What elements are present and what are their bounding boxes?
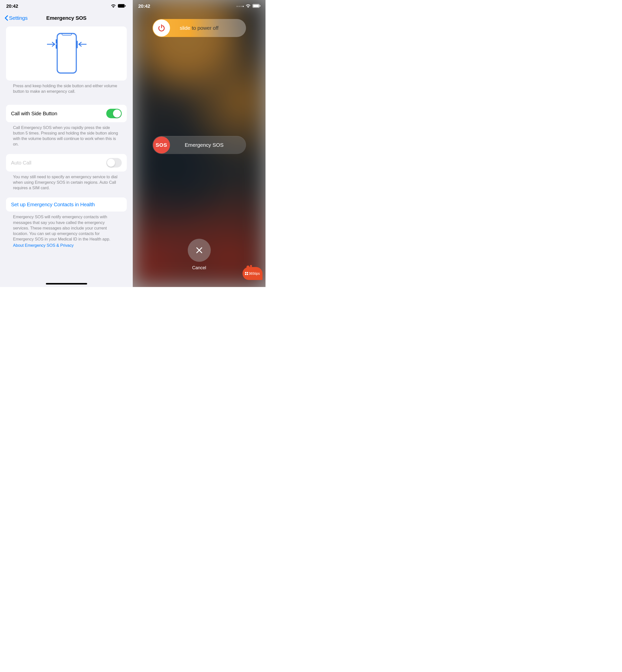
auto-call-label: Auto Call [11, 160, 31, 166]
status-time: 20:42 [138, 3, 150, 9]
svg-rect-17 [247, 272, 248, 273]
home-indicator[interactable] [46, 283, 87, 284]
paging-dots-icon [237, 6, 244, 7]
svg-rect-0 [118, 4, 125, 7]
settings-pane: 20:42 Settings Emergency SOS [0, 0, 133, 287]
privacy-link[interactable]: About Emergency SOS & Privacy [13, 243, 120, 248]
auto-call-row: Auto Call [6, 154, 127, 172]
wifi-icon [245, 4, 251, 9]
call-side-toggle[interactable] [106, 109, 122, 118]
setup-contacts-link: Set up Emergency Contacts in Health [11, 202, 95, 208]
svg-rect-10 [253, 4, 259, 7]
page-title: Emergency SOS [46, 15, 87, 21]
call-side-label: Call with Side Button [11, 110, 57, 116]
cancel-area: Cancel [188, 239, 211, 271]
emergency-sos-slider[interactable]: Emergency SOS SOS [152, 136, 246, 154]
power-off-knob[interactable] [153, 20, 170, 36]
power-icon [157, 24, 166, 32]
status-icons [111, 4, 126, 9]
status-bar: 20:42 [0, 0, 133, 12]
cancel-label: Cancel [188, 265, 211, 271]
power-off-pane: 20:42 slide to power off [133, 0, 266, 287]
svg-rect-2 [57, 33, 76, 73]
chevron-left-icon [4, 15, 8, 21]
status-bar: 20:42 [133, 0, 266, 12]
nav-bar: Settings Emergency SOS [0, 12, 133, 27]
status-time: 20:42 [6, 3, 18, 9]
close-icon [195, 246, 204, 254]
svg-rect-19 [247, 274, 248, 275]
back-label: Settings [9, 15, 28, 21]
wifi-icon [111, 4, 116, 9]
watermark-text: 365tips [248, 272, 260, 276]
cancel-button[interactable] [188, 239, 211, 262]
svg-rect-3 [58, 34, 76, 73]
side-button-diagram-icon [41, 32, 92, 75]
diagram-card [6, 27, 127, 80]
battery-icon [252, 4, 261, 9]
auto-call-caption: You may still need to specify an emergen… [6, 172, 127, 191]
watermark-badge: 365tips [242, 267, 263, 280]
diagram-caption: Press and keep holding the side button a… [6, 80, 127, 94]
svg-rect-18 [245, 274, 246, 275]
svg-rect-16 [245, 272, 246, 273]
watermark-logo-icon [245, 272, 248, 275]
status-icons [237, 4, 261, 9]
battery-icon [118, 4, 126, 9]
back-button[interactable]: Settings [4, 15, 28, 21]
contacts-caption: Emergency SOS will notify emergency cont… [6, 212, 127, 248]
svg-rect-1 [125, 5, 126, 6]
call-side-caption: Call Emergency SOS when you rapidly pres… [6, 122, 127, 147]
auto-call-toggle[interactable] [106, 158, 122, 168]
power-off-slider[interactable]: slide to power off [152, 19, 246, 37]
setup-contacts-row[interactable]: Set up Emergency Contacts in Health [6, 198, 127, 212]
svg-rect-11 [260, 5, 261, 6]
call-side-row: Call with Side Button [6, 105, 127, 122]
emergency-sos-label: Emergency SOS [152, 142, 246, 148]
